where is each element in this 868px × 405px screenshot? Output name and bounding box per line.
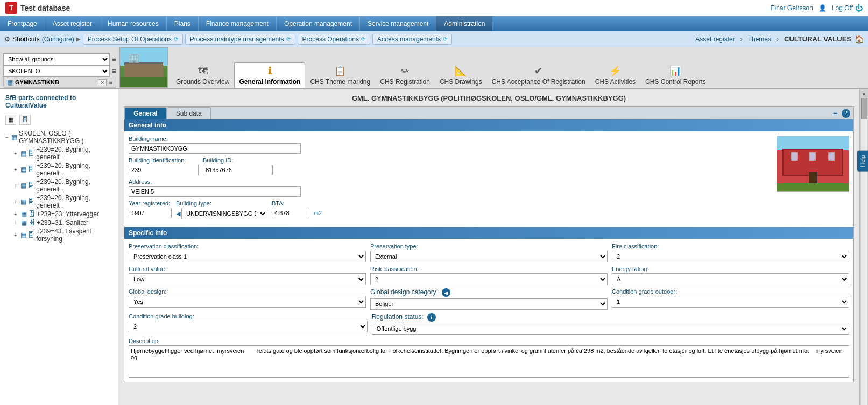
tree-db-icon-2: 🗄 xyxy=(28,182,34,189)
shortcuts-label: Shortcuts xyxy=(12,35,40,43)
tree-root-row[interactable]: − ▦ SKOLEN, OSLO ( GYMNASTIKKBYGG ) xyxy=(5,129,112,145)
arrow-icon: ▶ xyxy=(76,36,81,42)
tree-view-icons: ▦ 🗄 xyxy=(5,115,112,125)
nav-human-resources[interactable]: Human resources xyxy=(100,16,167,31)
nav-finance[interactable]: Finance management xyxy=(199,16,277,31)
building-db-icon: ▦ xyxy=(7,79,13,86)
building-identification-input[interactable] xyxy=(129,165,199,175)
condition-outdoor-group: Condition grade outdoor: 1 xyxy=(612,288,849,308)
list-view-btn[interactable]: 🗄 xyxy=(19,115,31,125)
tree-item-4[interactable]: + ▦ 🗄 +239=23. Yttervegger xyxy=(14,210,112,218)
risk-class-select[interactable]: 2 xyxy=(370,273,608,285)
tab-chs-registration[interactable]: ✏ CHS Registration xyxy=(375,62,435,88)
nav-service[interactable]: Service management xyxy=(360,16,436,31)
building-thumbnail: 🏢 xyxy=(119,47,168,88)
tab-chs-control-reports[interactable]: 📊 CHS Control Reports xyxy=(640,62,711,88)
description-textarea[interactable]: Hjørnebygget ligger ved hjørnet myrsveie… xyxy=(129,345,849,378)
shortcut-process-maintype[interactable]: Process maintype managements ⟳ xyxy=(185,34,295,45)
building-type-label: Building type: xyxy=(176,200,267,207)
toolbar-menu-icon[interactable]: ≡ xyxy=(833,109,837,118)
tab-chs-theme-marking[interactable]: 📋 CHS Theme marking xyxy=(305,62,375,88)
breadcrumb-themes[interactable]: Themes xyxy=(748,35,771,43)
shortcuts-configure[interactable]: (Configure) xyxy=(42,35,74,43)
tab-general-information[interactable]: ℹ General information xyxy=(234,62,305,88)
preservation-class-select[interactable]: Preservation class 1 xyxy=(129,251,366,262)
global-design-group: Global design: Yes xyxy=(129,288,366,308)
address-input[interactable] xyxy=(129,186,301,197)
help-button[interactable]: Help xyxy=(857,151,868,172)
tree-root-label: SKOLEN, OSLO ( GYMNASTIKKBYGG ) xyxy=(19,130,112,145)
energy-rating-label: Energy rating: xyxy=(612,266,849,272)
tree-item-2[interactable]: + ▦ 🗄 +239=20. Bygning, generelt . xyxy=(14,177,112,194)
building-id2-input[interactable] xyxy=(203,165,273,175)
condition-outdoor-select[interactable]: 1 xyxy=(612,296,849,308)
tree-item-3[interactable]: + ▦ 🗄 +239=20. Bygning, generelt . xyxy=(14,194,112,210)
building-menu-icon[interactable]: ≡ xyxy=(112,67,116,75)
fire-class-select[interactable]: 2 xyxy=(612,251,849,262)
right-content: GML. GYMNASTIKKBYGG (POLITIHØGSKOLEN, OS… xyxy=(118,89,859,405)
bta-label: BTA: xyxy=(272,200,322,207)
tab-chs-acceptance[interactable]: ✔ CHS Acceptance Of Registration xyxy=(487,62,590,88)
shortcut-process-operations[interactable]: Process Operations ⟳ xyxy=(298,34,370,45)
chs-reports-icon: 📊 xyxy=(669,65,681,77)
cultural-value-select[interactable]: Low xyxy=(129,273,366,285)
tree-item-5[interactable]: + ▦ 🗄 +239=31. Sanitær xyxy=(14,218,112,227)
year-input[interactable] xyxy=(129,208,172,218)
global-design-cat-info[interactable]: ◀ xyxy=(442,288,450,297)
building-name-label: Building name: xyxy=(129,136,771,142)
bta-input[interactable] xyxy=(272,208,309,218)
theme-marking-icon: 📋 xyxy=(334,65,346,77)
scroll-up-arrow[interactable]: ▲ xyxy=(862,89,867,98)
nav-plans[interactable]: Plans xyxy=(167,16,199,31)
global-design-cat-select[interactable]: Boliger xyxy=(370,298,608,310)
nav-frontpage[interactable]: Frontpage xyxy=(0,16,45,31)
building-remove-btn[interactable]: ✕ xyxy=(98,79,107,86)
tab-chs-drawings[interactable]: 📐 CHS Drawings xyxy=(435,62,487,88)
tab-chs-activities[interactable]: ⚡ CHS Activities xyxy=(590,62,640,88)
regulation-select[interactable]: Offentlige bygg xyxy=(372,323,849,335)
tree-item-0[interactable]: + ▦ 🗄 +239=20. Bygning, generelt . xyxy=(14,145,112,161)
regulation-info-icon[interactable]: ℹ xyxy=(427,313,436,322)
tree-item-6[interactable]: + ▦ 🗄 +239=43. Lavspent forsyning xyxy=(14,227,112,243)
logout-button[interactable]: Log Off ⏻ xyxy=(832,4,863,12)
tree-item-icon-0: ▦ xyxy=(20,150,26,157)
general-info-icon: ℹ xyxy=(268,65,272,77)
breadcrumb-asset[interactable]: Asset register xyxy=(695,35,735,43)
condition-building-select[interactable]: 2 xyxy=(129,321,368,332)
scrollbar-track[interactable] xyxy=(861,98,867,405)
tree-item-icon-3: ▦ xyxy=(20,198,26,205)
address-label: Address: xyxy=(129,179,771,185)
grid-view-btn[interactable]: ▦ xyxy=(5,115,16,125)
building-list-icon[interactable]: ≡ xyxy=(109,79,112,86)
cultural-value-group: Cultural value: Low xyxy=(129,266,366,285)
user-area: Einar Geirsson 👤 Log Off ⏻ xyxy=(770,4,863,12)
building-dropdown[interactable]: SKOLEN, O xyxy=(3,65,110,77)
nav-operation[interactable]: Operation management xyxy=(277,16,360,31)
global-design-select[interactable]: Yes xyxy=(129,296,366,308)
chs-reg-icon: ✏ xyxy=(401,65,409,77)
regulation-group: Regulation status: ℹ Offentlige bygg xyxy=(372,313,849,335)
ground-dropdown[interactable]: Show all grounds xyxy=(3,53,110,65)
top-bar: T Test database Einar Geirsson 👤 Log Off… xyxy=(0,0,868,16)
ground-menu-icon[interactable]: ≡ xyxy=(112,55,116,63)
preservation-type-select[interactable]: External xyxy=(370,251,608,262)
shortcut-process-setup[interactable]: Process Setup Of Operations ⟳ xyxy=(83,34,183,45)
building-name-input[interactable] xyxy=(129,143,301,154)
tab-grounds-overview[interactable]: 🗺 Grounds Overview xyxy=(171,63,234,88)
toolbar-help-icon[interactable]: ? xyxy=(842,109,850,118)
tab-general[interactable]: General xyxy=(124,107,167,119)
left-panel-title: SfB parts connected to CulturalValue xyxy=(5,94,112,109)
shortcut-access-mgmt[interactable]: Access managements ⟳ xyxy=(372,34,452,45)
preservation-type-group: Preservation type: External xyxy=(370,243,608,262)
tree-item-1[interactable]: + ▦ 🗄 +239=20. Bygning, generelt . xyxy=(14,161,112,177)
tree-db-icon-6: 🗄 xyxy=(28,231,34,239)
main-area: SfB parts connected to CulturalValue ▦ 🗄… xyxy=(0,89,868,405)
preservation-class-label: Preservation classification: xyxy=(129,243,366,250)
building-photo xyxy=(777,136,849,192)
building-type-select[interactable]: UNDERVISNINGSBYGG E xyxy=(181,208,267,219)
nav-asset-register[interactable]: Asset register xyxy=(45,16,100,31)
scrollbar-thumb[interactable] xyxy=(861,98,867,119)
tab-sub-data[interactable]: Sub data xyxy=(167,107,211,119)
energy-rating-select[interactable]: A xyxy=(612,273,849,285)
nav-administration[interactable]: Administration xyxy=(436,16,493,31)
